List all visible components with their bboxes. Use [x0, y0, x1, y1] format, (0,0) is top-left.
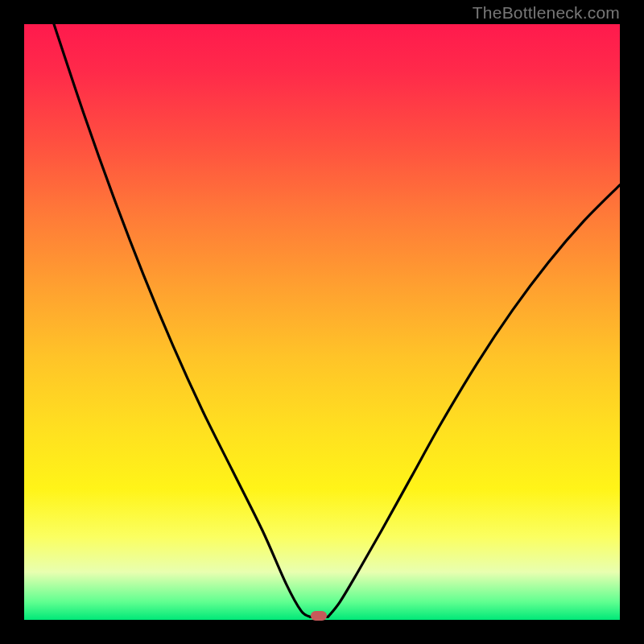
optimal-point-marker	[311, 611, 327, 621]
watermark-label: TheBottleneck.com	[473, 3, 620, 23]
bottleneck-curve	[24, 24, 620, 620]
